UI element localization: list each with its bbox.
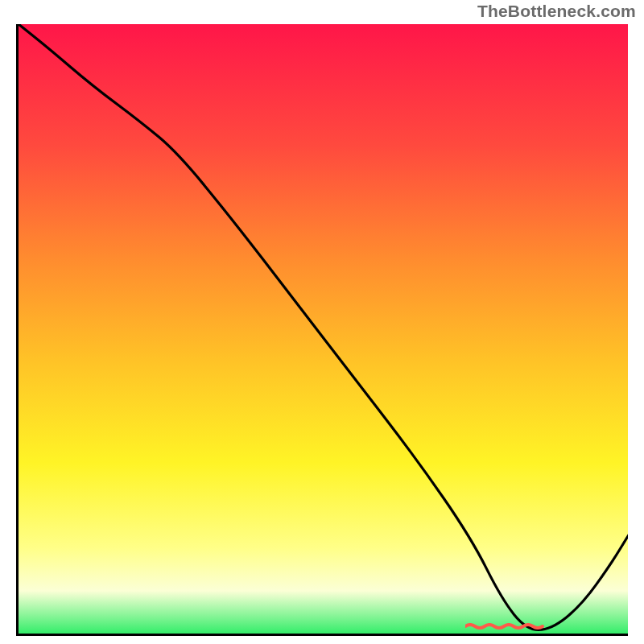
attribution-text: TheBottleneck.com — [477, 2, 636, 21]
plot-area — [16, 24, 628, 636]
valley-marker-path — [465, 625, 543, 628]
main-curve — [19, 24, 628, 630]
valley-marker — [465, 623, 546, 630]
curve-layer — [19, 24, 628, 636]
chart-container: TheBottleneck.com — [0, 0, 644, 644]
